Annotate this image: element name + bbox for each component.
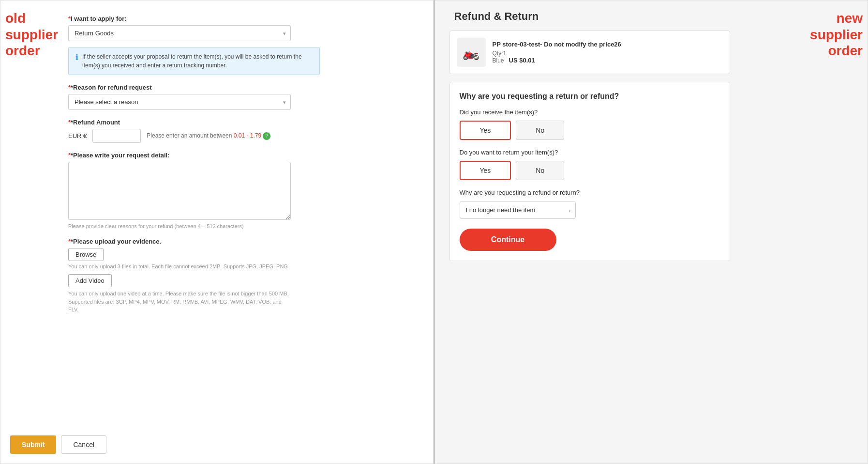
- product-name: PP store-03-test- Do not modify the pric…: [493, 41, 621, 48]
- amount-range: 0.01 - 1.79: [234, 132, 261, 139]
- request-detail-label: **Please write your request detail:: [68, 152, 419, 159]
- new-supplier-watermark: newsupplierorder: [810, 10, 863, 59]
- continue-button[interactable]: Continue: [460, 229, 556, 251]
- product-price: US $0.01: [509, 57, 535, 64]
- browse-button[interactable]: Browse: [68, 248, 104, 261]
- refund-amount-row: EUR € Please enter an amount between 0.0…: [68, 129, 419, 143]
- reason-dropdown[interactable]: I no longer need the item: [460, 201, 576, 219]
- footer-buttons: Submit Cancel: [10, 435, 106, 454]
- submit-button[interactable]: Submit: [10, 435, 56, 454]
- reason-label: **Reason for refund request: [68, 84, 419, 91]
- info-icon: ℹ: [75, 53, 78, 62]
- currency-label: EUR €: [68, 132, 87, 139]
- right-panel: newsupplierorder Refund & Return 🏍️ PP s…: [434, 0, 868, 464]
- video-hint: You can only upload one video at a time.…: [68, 290, 291, 314]
- right-panel-title: Refund & Return: [454, 10, 853, 23]
- reason-dropdown-wrapper: I no longer need the item ›: [460, 201, 576, 219]
- apply-for-select[interactable]: Return Goods Refund Only: [68, 25, 291, 41]
- receive-question: Did you receive the item(s)?: [460, 108, 720, 116]
- reason-question: Why are you requesting a refund or retur…: [460, 189, 720, 196]
- char-hint: Please provide clear reasons for your re…: [68, 223, 419, 229]
- product-image: 🏍️: [457, 38, 486, 67]
- product-qty: Qty:1: [493, 50, 507, 57]
- receive-no-button[interactable]: No: [516, 121, 564, 140]
- product-info: PP store-03-test- Do not modify the pric…: [493, 41, 621, 64]
- add-video-button[interactable]: Add Video: [68, 274, 112, 287]
- request-detail-textarea[interactable]: [68, 162, 291, 220]
- old-supplier-watermark: oldsupplierorder: [5, 10, 58, 59]
- refund-return-section: Why are you requesting a return or refun…: [449, 82, 730, 261]
- refund-amount-section: **Refund Amount EUR € Please enter an am…: [68, 119, 419, 143]
- product-emoji: 🏍️: [463, 45, 479, 61]
- left-form: *I want to apply for: Return Goods Refun…: [68, 15, 419, 314]
- apply-for-section: *I want to apply for: Return Goods Refun…: [68, 15, 419, 75]
- receive-btn-group: Yes No: [460, 121, 720, 140]
- return-yes-button[interactable]: Yes: [460, 161, 511, 180]
- amount-input[interactable]: [92, 129, 141, 143]
- receive-yes-button[interactable]: Yes: [460, 121, 511, 140]
- help-icon[interactable]: ?: [263, 132, 270, 140]
- info-box: ℹ If the seller accepts your proposal to…: [68, 47, 320, 75]
- product-color: Blue: [493, 57, 504, 64]
- apply-for-label: *I want to apply for:: [68, 15, 419, 22]
- reason-select-wrapper: Please select a reason ▾: [68, 94, 291, 110]
- reason-select[interactable]: Please select a reason: [68, 94, 291, 110]
- upload-evidence-section: **Please upload your evidence. Browse Yo…: [68, 238, 419, 314]
- refund-question: Why are you requesting a return or refun…: [460, 92, 720, 101]
- info-text: If the seller accepts your proposal to r…: [82, 52, 313, 70]
- return-question: Do you want to return your item(s)?: [460, 149, 720, 156]
- product-card: 🏍️ PP store-03-test- Do not modify the p…: [449, 31, 730, 74]
- product-meta: Qty:1 Blue US $0.01: [493, 50, 621, 64]
- cancel-button[interactable]: Cancel: [61, 435, 106, 454]
- refund-amount-label: **Refund Amount: [68, 119, 419, 126]
- return-btn-group: Yes No: [460, 161, 720, 180]
- reason-section: **Reason for refund request Please selec…: [68, 84, 419, 110]
- request-detail-section: **Please write your request detail: Plea…: [68, 152, 419, 229]
- left-panel: oldsupplierorder *I want to apply for: R…: [0, 0, 434, 464]
- textarea-wrapper: [68, 162, 419, 221]
- upload-evidence-label: **Please upload your evidence.: [68, 238, 419, 245]
- apply-for-select-wrapper: Return Goods Refund Only ▾: [68, 25, 291, 41]
- amount-hint: Please enter an amount between 0.01 - 1.…: [147, 132, 270, 140]
- upload-hint: You can only upload 3 files in total. Ea…: [68, 263, 419, 269]
- return-no-button[interactable]: No: [516, 161, 564, 180]
